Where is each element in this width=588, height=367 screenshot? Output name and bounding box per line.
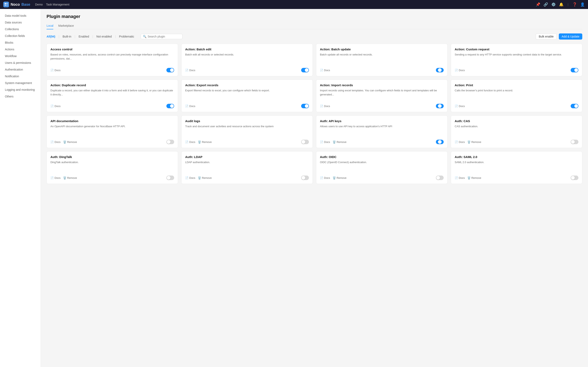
plugin-desc-action-print: Calls the browser's print function to pr… — [455, 89, 579, 101]
toggle-action-duplicate-record[interactable] — [166, 104, 174, 108]
logo: NocoBase — [3, 2, 30, 7]
trash-icon: 🗑️ — [198, 176, 201, 179]
plugin-card-auth-cas: Auth: CASCAS authentication.📄 Docs🗑️ Rem… — [451, 115, 582, 148]
bell-icon[interactable]: 🔔 — [559, 2, 563, 7]
topnav-right: 📌 🔗 ⚙️ 🔔 | ❓ 👤 — [536, 2, 585, 7]
sidebar-item-data-sources[interactable]: Data sources — [2, 19, 39, 26]
toggle-auth-ldap[interactable] — [301, 175, 309, 180]
nav-task-management[interactable]: Task Management — [46, 3, 69, 6]
nav-demo[interactable]: Demo — [35, 3, 43, 6]
sidebar-item-notification[interactable]: Notification — [2, 73, 39, 80]
toggle-auth-cas[interactable] — [571, 140, 579, 144]
sidebar-item-workflow[interactable]: Workflow — [2, 53, 39, 59]
sidebar-item-logging-monitoring[interactable]: Logging and monitoring — [2, 86, 39, 93]
toggle-auth-saml[interactable] — [571, 175, 579, 180]
add-update-button[interactable]: Add & Update — [559, 33, 582, 40]
toggle-api-documentation[interactable] — [166, 140, 174, 144]
docs-link-auth-dingtalk[interactable]: 📄 Docs — [51, 176, 61, 179]
toggle-auth-api-keys[interactable] — [436, 140, 444, 144]
filter-built-in[interactable]: Built-in — [62, 34, 71, 39]
toggle-access-control[interactable] — [166, 68, 174, 72]
tab-marketplace[interactable]: Marketplace — [58, 22, 74, 29]
filter-enabled[interactable]: Enabled — [79, 34, 89, 39]
toggle-audit-logs[interactable] — [301, 140, 309, 144]
sidebar-item-collections[interactable]: Collections — [2, 26, 39, 33]
sidebar-item-collection-fields[interactable]: Collection fields — [2, 33, 39, 39]
remove-link-auth-dingtalk[interactable]: 🗑️ Remove — [63, 176, 77, 179]
docs-link-auth-cas[interactable]: 📄 Docs — [455, 141, 465, 143]
doc-icon: 📄 — [185, 141, 189, 143]
sidebar-item-others[interactable]: Others — [2, 93, 39, 100]
plugin-card-auth-saml: Auth: SAML 2.0SAML 2.0 authentication.📄 … — [451, 151, 582, 184]
user-icon[interactable]: 👤 — [580, 2, 585, 7]
plugin-desc-action-custom-request: Sending a request to any HTTP service su… — [455, 53, 579, 65]
doc-icon: 📄 — [185, 105, 189, 108]
page-title: Plugin manager — [47, 14, 582, 19]
filter-problematic[interactable]: Problematic — [119, 34, 134, 39]
remove-link-auth-cas[interactable]: 🗑️ Remove — [467, 141, 481, 143]
help-icon[interactable]: ❓ — [572, 2, 577, 7]
toggle-auth-dingtalk[interactable] — [166, 175, 174, 180]
action-buttons: Bulk enable Add & Update — [536, 33, 582, 40]
docs-link-action-import-records[interactable]: 📄 Docs — [320, 105, 330, 108]
sidebar-item-authentication[interactable]: Authentication — [2, 66, 39, 73]
plugin-footer-auth-dingtalk: 📄 Docs🗑️ Remove — [51, 175, 174, 180]
main-content: Plugin manager Local Marketplace All(94)… — [41, 9, 588, 367]
docs-link-access-control[interactable]: 📄 Docs — [51, 69, 61, 72]
plugin-desc-action-batch-update: Batch update all records or selected rec… — [320, 53, 444, 65]
toggle-action-custom-request[interactable] — [571, 68, 579, 72]
logo-icon — [3, 2, 9, 7]
doc-icon: 📄 — [455, 141, 458, 143]
docs-link-api-documentation[interactable]: 📄 Docs — [51, 141, 61, 143]
toggle-auth-oidc[interactable] — [436, 175, 444, 180]
toggle-action-import-records[interactable] — [436, 104, 444, 108]
docs-link-action-batch-update[interactable]: 📄 Docs — [320, 69, 330, 72]
sidebar-item-data-model-tools[interactable]: Data model tools — [2, 12, 39, 19]
sidebar-item-system-management[interactable]: System management — [2, 80, 39, 86]
docs-link-action-custom-request[interactable]: 📄 Docs — [455, 69, 465, 72]
plugin-desc-auth-saml: SAML 2.0 authentication. — [455, 160, 579, 173]
docs-link-action-print[interactable]: 📄 Docs — [455, 105, 465, 108]
toggle-action-batch-edit[interactable] — [301, 68, 309, 72]
plugin-card-access-control: Access controlBased on roles, resources,… — [47, 44, 178, 76]
sidebar-item-blocks[interactable]: Blocks — [2, 39, 39, 46]
plugin-footer-action-print: 📄 Docs — [455, 104, 579, 108]
bulk-enable-button[interactable]: Bulk enable — [536, 33, 557, 40]
plugin-title-action-custom-request: Action: Custom request — [455, 48, 579, 51]
docs-link-auth-saml[interactable]: 📄 Docs — [455, 176, 465, 179]
plugin-title-auth-cas: Auth: CAS — [455, 119, 579, 123]
remove-link-auth-oidc[interactable]: 🗑️ Remove — [333, 176, 346, 179]
sidebar: Data model tools Data sources Collection… — [0, 9, 41, 367]
docs-link-action-batch-edit[interactable]: 📄 Docs — [185, 69, 195, 72]
remove-link-audit-logs[interactable]: 🗑️ Remove — [198, 141, 212, 143]
plugin-title-auth-ldap: Auth: LDAP — [185, 155, 309, 159]
settings-icon[interactable]: ⚙️ — [551, 2, 556, 7]
topnav: NocoBase Demo Task Management 📌 🔗 ⚙️ 🔔 |… — [0, 0, 588, 9]
remove-link-api-documentation[interactable]: 🗑️ Remove — [63, 141, 77, 143]
docs-link-auth-ldap[interactable]: 📄 Docs — [185, 176, 195, 179]
sidebar-item-actions[interactable]: Actions — [2, 46, 39, 53]
toggle-action-export-records[interactable] — [301, 104, 309, 108]
filter-all[interactable]: All(94) — [47, 34, 55, 39]
doc-icon: 📄 — [51, 69, 54, 72]
toggle-action-batch-update[interactable] — [436, 68, 444, 72]
sidebar-item-users-permissions[interactable]: Users & permissions — [2, 59, 39, 66]
filter-not-enabled[interactable]: Not enabled — [96, 34, 112, 39]
trash-icon: 🗑️ — [467, 176, 471, 179]
docs-link-action-export-records[interactable]: 📄 Docs — [185, 105, 195, 108]
remove-link-auth-api-keys[interactable]: 🗑️ Remove — [333, 141, 346, 143]
plugin-card-auth-api-keys: Auth: API keysAllows users to use API ke… — [316, 115, 448, 148]
docs-link-audit-logs[interactable]: 📄 Docs — [185, 141, 195, 143]
branch-icon[interactable]: 🔗 — [544, 2, 548, 7]
tab-local[interactable]: Local — [47, 22, 53, 29]
svg-rect-2 — [5, 5, 6, 6]
pin-icon[interactable]: 📌 — [536, 2, 540, 7]
toggle-action-print[interactable] — [571, 104, 579, 108]
remove-link-auth-ldap[interactable]: 🗑️ Remove — [198, 176, 212, 179]
remove-link-auth-saml[interactable]: 🗑️ Remove — [467, 176, 481, 179]
docs-link-action-duplicate-record[interactable]: 📄 Docs — [51, 105, 61, 108]
search-input[interactable] — [148, 35, 180, 38]
docs-link-auth-api-keys[interactable]: 📄 Docs — [320, 141, 330, 143]
plugin-card-action-custom-request: Action: Custom requestSending a request … — [451, 44, 582, 76]
docs-link-auth-oidc[interactable]: 📄 Docs — [320, 176, 330, 179]
